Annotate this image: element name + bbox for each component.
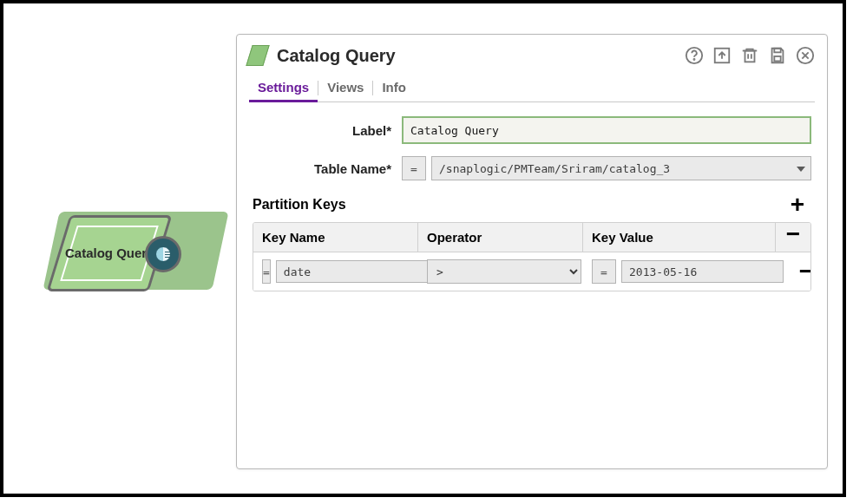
- expression-toggle[interactable]: =: [402, 156, 426, 180]
- table-row: = > = −: [253, 252, 810, 291]
- settings-form: Label* Table Name* = P: [237, 102, 827, 305]
- partition-keys-label: Partition Keys: [253, 197, 346, 213]
- col-key-name: Key Name: [253, 223, 418, 252]
- save-icon[interactable]: [768, 46, 787, 65]
- svg-rect-5: [774, 56, 780, 62]
- tab-views[interactable]: Views: [318, 75, 372, 101]
- col-key-value: Key Value: [583, 223, 776, 252]
- table-name-input[interactable]: [431, 156, 811, 180]
- operator-select[interactable]: >: [427, 259, 581, 284]
- add-row-button[interactable]: +: [784, 193, 811, 217]
- partition-keys-table: Key Name Operator Key Value − = >: [253, 222, 811, 291]
- snap-output-connector[interactable]: [145, 236, 181, 272]
- expression-toggle[interactable]: =: [592, 259, 616, 284]
- svg-rect-4: [774, 49, 780, 53]
- help-icon[interactable]: [685, 46, 704, 65]
- partition-keys-heading: Partition Keys +: [253, 193, 811, 217]
- label-field-label: Label*: [253, 123, 402, 138]
- key-name-input[interactable]: [276, 260, 438, 283]
- table-header: Key Name Operator Key Value −: [253, 223, 810, 252]
- panel-tabs: Settings Views Info: [249, 75, 815, 102]
- label-input[interactable]: [402, 116, 811, 144]
- export-icon[interactable]: [712, 46, 732, 65]
- col-actions: −: [776, 223, 810, 252]
- panel-toolbar: [685, 46, 815, 65]
- close-icon[interactable]: [796, 46, 815, 65]
- remove-header-button[interactable]: −: [786, 222, 800, 247]
- svg-point-1: [693, 59, 694, 60]
- panel-title: Catalog Query: [277, 46, 676, 66]
- col-operator: Operator: [418, 223, 583, 252]
- snap-label: Catalog Query: [65, 245, 154, 261]
- trash-icon[interactable]: [740, 46, 759, 65]
- panel-header: Catalog Query: [237, 35, 827, 69]
- tab-info[interactable]: Info: [373, 75, 415, 101]
- key-value-input[interactable]: [621, 260, 784, 283]
- svg-rect-3: [745, 51, 755, 62]
- tab-settings[interactable]: Settings: [249, 75, 318, 102]
- snap-settings-panel: Catalog Query Settings Views Info Label*: [236, 34, 828, 469]
- snap-type-icon: [246, 45, 269, 66]
- expression-toggle[interactable]: =: [262, 259, 271, 284]
- table-name-label: Table Name*: [253, 161, 402, 176]
